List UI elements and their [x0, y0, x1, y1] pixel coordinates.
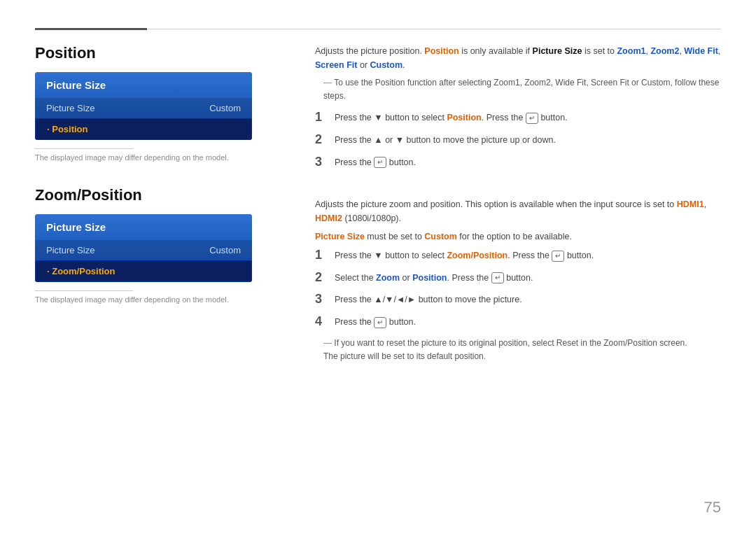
content-area: Position Picture Size Picture Size Custo…	[35, 44, 721, 506]
position-step-1-text: Press the ▼ button to select Position. P…	[335, 110, 568, 125]
top-line-light	[147, 29, 721, 29]
zoom-footer-reset: Reset	[556, 338, 578, 348]
position-step1-bold: Position	[447, 113, 481, 122]
zoom-step-4-text: Press the ↵ button.	[335, 314, 416, 329]
zoom-desc2: Picture Size must be set to Custom for t…	[315, 230, 721, 244]
position-right-section: Adjusts the picture position. Position i…	[315, 44, 721, 169]
position-step-1: 1 Press the ▼ button to select Position.…	[315, 110, 721, 125]
zoom-step-1-text: Press the ▼ button to select Zoom/Positi…	[335, 248, 594, 262]
zoom-step-2-number: 2	[315, 270, 335, 286]
zoom-section: Zoom/Position Picture Size Picture Size …	[35, 186, 280, 304]
position-disclaimer: The displayed image may differ depending…	[35, 153, 280, 162]
position-note-widefit: Wide Fit	[555, 78, 586, 87]
position-note-zoom2: Zoom2	[524, 78, 550, 87]
zoom-menu-row: Picture Size Custom	[35, 240, 252, 260]
zoom-disclaimer-line	[35, 290, 133, 291]
zoom-bold-hdmi2: HDMI2	[315, 213, 342, 223]
position-disclaimer-line	[35, 148, 133, 149]
zoom-step1-bold: Zoom/Position	[447, 251, 507, 260]
zoom-step2-zoom: Zoom	[376, 273, 400, 283]
position-step-3-text: Press the ↵ button.	[335, 155, 416, 169]
zoom-title: Zoom/Position	[35, 186, 280, 204]
position-menu-box: Picture Size Picture Size Custom · Posit…	[35, 72, 252, 140]
position-note-bold1: Position	[375, 78, 405, 87]
position-menu-row: Picture Size Custom	[35, 98, 252, 118]
zoom-step-3: 3 Press the ▲/▼/◄/► button to move the p…	[315, 292, 721, 307]
position-note-zoom1: Zoom1	[493, 78, 519, 87]
page-number: 75	[704, 498, 721, 517]
zoom-step-4-number: 4	[315, 314, 335, 330]
zoom-steps: 1 Press the ▼ button to select Zoom/Posi…	[315, 248, 721, 329]
position-desc1: Adjusts the picture position. Position i…	[315, 44, 721, 72]
enter-button-icon-z2: ↵	[491, 272, 504, 283]
zoom-disclaimer: The displayed image may differ depending…	[35, 295, 280, 304]
zoom-step-1: 1 Press the ▼ button to select Zoom/Posi…	[315, 248, 721, 263]
position-bold-picturesize: Picture Size	[533, 46, 582, 56]
zoom-bold-picturesize: Picture Size	[315, 232, 365, 241]
zoom-menu-box: Picture Size Picture Size Custom · Zoom/…	[35, 214, 252, 282]
right-column: Adjusts the picture position. Position i…	[301, 44, 721, 506]
position-note-custom: Custom	[641, 78, 670, 87]
enter-button-icon-3: ↵	[374, 157, 386, 168]
position-bold-position: Position	[424, 46, 458, 56]
arrow-down-icon-1: ▼	[374, 113, 382, 122]
position-step-1-number: 1	[315, 110, 335, 125]
position-steps: 1 Press the ▼ button to select Position.…	[315, 110, 721, 169]
zoom-footer-note: If you want to reset the picture to its …	[315, 337, 721, 363]
zoom-selected-item: · Zoom/Position	[35, 260, 252, 282]
position-selected-item: · Position	[35, 118, 252, 140]
position-menu-header: Picture Size	[35, 72, 252, 98]
position-note: To use the Position function after selec…	[315, 76, 721, 103]
arrow-up-icon-2: ▲	[374, 135, 382, 145]
zoom-step-4: 4 Press the ↵ button.	[315, 314, 721, 330]
arrow-down-icon-2: ▼	[396, 135, 404, 145]
position-note-screenfit: Screen Fit	[591, 78, 629, 87]
zoom-desc1: Adjusts the picture zoom and position. T…	[315, 197, 721, 225]
position-step-2: 2 Press the ▲ or ▼ button to move the pi…	[315, 132, 721, 148]
page-container: Position Picture Size Picture Size Custo…	[0, 0, 756, 534]
position-step-2-text: Press the ▲ or ▼ button to move the pict…	[335, 132, 556, 147]
top-lines	[35, 28, 721, 30]
zoom-step-2-text: Select the Zoom or Position. Press the ↵…	[335, 270, 533, 285]
zoom-footer-zoomposition: Zoom/Position	[603, 338, 657, 348]
position-section: Position Picture Size Picture Size Custo…	[35, 44, 280, 162]
zoom-step-1-number: 1	[315, 248, 335, 263]
position-title: Position	[35, 44, 280, 62]
zoom-right-section: Adjusts the picture zoom and position. T…	[315, 197, 721, 363]
enter-button-icon-1: ↵	[526, 113, 538, 124]
zoom-step-3-text: Press the ▲/▼/◄/► button to move the pic…	[335, 292, 522, 307]
zoom-bold-hdmi1: HDMI1	[677, 199, 704, 209]
position-step-3: 3 Press the ↵ button.	[315, 155, 721, 170]
zoom-step2-position: Position	[412, 273, 447, 283]
position-bold-zoom2: Zoom2	[650, 46, 679, 56]
enter-button-icon-z1: ↵	[552, 251, 564, 262]
zoom-row-value: Custom	[209, 245, 241, 255]
zoom-step-2: 2 Select the Zoom or Position. Press the…	[315, 270, 721, 286]
position-bold-custom: Custom	[370, 60, 403, 70]
position-bold-widefit: Wide Fit	[684, 46, 718, 56]
position-row-label: Picture Size	[46, 103, 94, 113]
zoom-menu-header: Picture Size	[35, 214, 252, 240]
top-line-dark	[35, 28, 147, 30]
position-bold-screenfit: Screen Fit	[315, 60, 357, 70]
zoom-step-3-number: 3	[315, 292, 335, 307]
zoom-row-label: Picture Size	[46, 245, 94, 255]
enter-button-icon-z4: ↵	[374, 317, 386, 328]
zoom-bold-custom: Custom	[424, 232, 457, 241]
position-bold-zoom1: Zoom1	[617, 46, 645, 56]
arrow-down-icon-z1: ▼	[374, 251, 382, 260]
position-row-value: Custom	[209, 103, 241, 113]
left-column: Position Picture Size Picture Size Custo…	[35, 44, 301, 506]
position-step-3-number: 3	[315, 155, 335, 170]
position-step-2-number: 2	[315, 132, 335, 148]
